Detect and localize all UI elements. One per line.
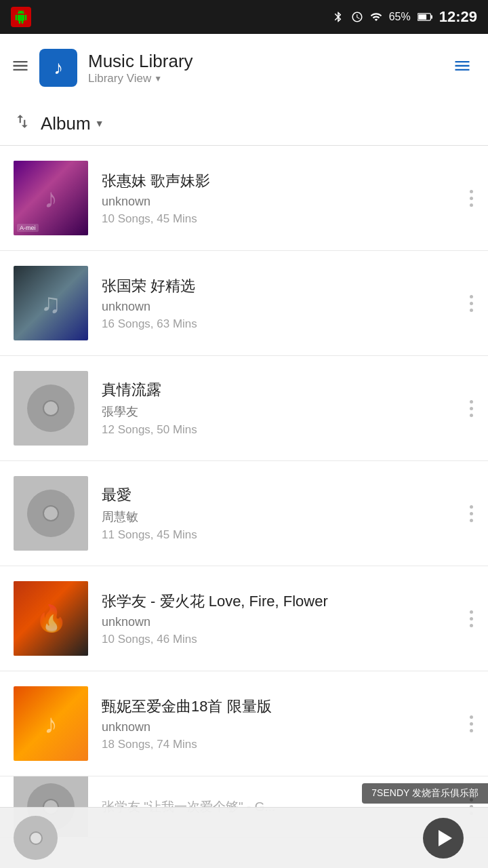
player-cd-center (29, 831, 43, 845)
album-more-button-6[interactable] (454, 671, 488, 776)
album-meta: 12 Songs, 50 Mins (102, 423, 454, 437)
overflow-menu-button[interactable] (447, 51, 477, 85)
album-name: 最愛 (102, 485, 454, 505)
album-art-5: 🔥 (14, 581, 88, 656)
album-name: 张惠妹 歌声妹影 (102, 171, 454, 191)
sort-icon (14, 113, 31, 135)
art-placeholder (14, 476, 88, 551)
album-artist: 周慧敏 (102, 509, 454, 525)
album-meta: 10 Songs, 46 Mins (102, 633, 454, 646)
album-art-3 (14, 371, 88, 446)
album-name: 真情流露 (102, 380, 454, 400)
album-artist: unknown (102, 300, 454, 314)
album-more-button-1[interactable] (454, 146, 488, 250)
status-right: 65% 12:29 (332, 8, 477, 26)
list-item[interactable]: 真情流露 張學友 12 Songs, 50 Mins (0, 356, 488, 461)
album-info-4: 最愛 周慧敏 11 Songs, 45 Mins (102, 485, 454, 542)
sort-bar[interactable]: Album ▼ (0, 102, 488, 146)
status-time: 12:29 (439, 8, 477, 26)
android-icon (11, 7, 31, 27)
album-meta: 11 Songs, 45 Mins (102, 528, 454, 542)
app-logo: ♪ (39, 49, 77, 87)
sort-arrow-icon: ▼ (95, 118, 104, 129)
album-more-button-5[interactable] (454, 566, 488, 671)
three-dots-icon (470, 505, 473, 522)
album-meta: 10 Songs, 45 Mins (102, 212, 454, 226)
album-meta: 16 Songs, 63 Mins (102, 317, 454, 331)
svg-rect-2 (418, 14, 426, 20)
three-dots-icon (470, 190, 473, 207)
list-item[interactable]: ♪ 甄妮至爱金曲18首 限量版 unknown 18 Songs, 74 Min… (0, 671, 488, 776)
album-name: 张学友 - 爱火花 Love, Fire, Flower (102, 591, 454, 612)
cd-center (43, 400, 59, 416)
three-dots-icon (470, 610, 473, 627)
player-bar (0, 807, 488, 868)
album-artist: 張學友 (102, 403, 454, 420)
list-item[interactable]: ♫ 张国荣 好精选 unknown 16 Songs, 63 Mins (0, 251, 488, 356)
cd-center (43, 505, 59, 521)
header-text: Music Library Library View ▼ (88, 51, 447, 85)
album-art-2: ♫ (14, 266, 88, 340)
album-info-1: 张惠妹 歌声妹影 unknown 10 Songs, 45 Mins (102, 171, 454, 226)
album-artist: unknown (102, 615, 454, 629)
library-view-label[interactable]: Library View ▼ (88, 72, 447, 85)
album-info-6: 甄妮至爱金曲18首 限量版 unknown 18 Songs, 74 Mins (102, 696, 454, 751)
watermark: 7SENDY 发烧音乐俱乐部 (362, 783, 488, 804)
three-dots-icon (470, 715, 473, 732)
list-item[interactable]: ♪ A-mei 张惠妹 歌声妹影 unknown 10 Songs, 45 Mi… (0, 146, 488, 251)
status-left (11, 7, 31, 27)
three-dots-icon (470, 400, 473, 417)
album-info-2: 张国荣 好精选 unknown 16 Songs, 63 Mins (102, 276, 454, 331)
sort-label[interactable]: Album ▼ (41, 113, 104, 134)
album-artist: unknown (102, 720, 454, 734)
album-more-button-3[interactable] (454, 356, 488, 460)
cd-icon (27, 384, 75, 432)
menu-icon[interactable] (11, 56, 30, 80)
album-info-3: 真情流露 張學友 12 Songs, 50 Mins (102, 380, 454, 437)
album-more-button-2[interactable] (454, 251, 488, 355)
svg-rect-1 (430, 15, 432, 18)
album-artist: unknown (102, 195, 454, 209)
music-note-icon: ♪ (54, 57, 63, 79)
album-info-5: 张学友 - 爱火花 Love, Fire, Flower unknown 10 … (102, 591, 454, 646)
status-bar: 65% 12:29 (0, 0, 488, 34)
list-item[interactable]: 🔥 张学友 - 爱火花 Love, Fire, Flower unknown 1… (0, 566, 488, 671)
play-icon (439, 830, 452, 846)
album-art-4 (14, 476, 88, 551)
cd-icon (27, 490, 75, 537)
battery-text: 65% (389, 11, 411, 23)
three-dots-icon (470, 295, 473, 312)
art-placeholder (14, 371, 88, 446)
album-art-6: ♪ (14, 686, 88, 761)
album-art-1: ♪ A-mei (14, 161, 88, 235)
album-list: ♪ A-mei 张惠妹 歌声妹影 unknown 10 Songs, 45 Mi… (0, 146, 488, 837)
play-button[interactable] (423, 818, 464, 859)
subtitle-arrow-icon: ▼ (154, 74, 162, 83)
album-meta: 18 Songs, 74 Mins (102, 738, 454, 751)
app-header: ♪ Music Library Library View ▼ (0, 34, 488, 102)
album-name: 张国荣 好精选 (102, 276, 454, 296)
app-title: Music Library (88, 51, 447, 72)
player-album-art (14, 816, 58, 860)
list-item[interactable]: 最愛 周慧敏 11 Songs, 45 Mins (0, 461, 488, 566)
album-more-button-4[interactable] (454, 461, 488, 566)
album-name: 甄妮至爱金曲18首 限量版 (102, 696, 454, 717)
